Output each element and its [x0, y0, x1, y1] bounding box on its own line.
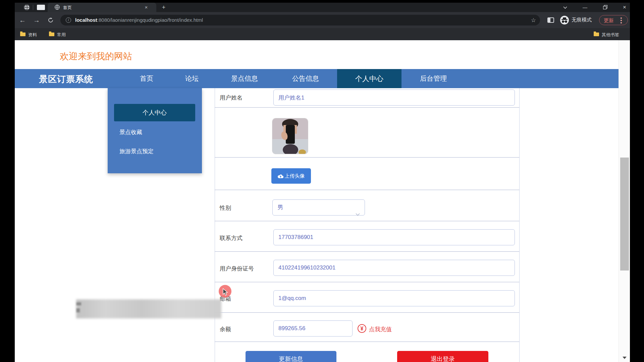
browser-update-button[interactable]: 更新 ••• — [599, 15, 628, 25]
bookmark-star-icon[interactable]: ☆ — [531, 17, 536, 24]
cursor-highlight — [219, 285, 231, 298]
bookmark-folder-changyong[interactable]: 常用 — [57, 32, 66, 38]
nav-item-personal-center[interactable]: 个人中心 — [337, 69, 401, 88]
id-number-label: 用户身份证号 — [220, 265, 254, 273]
tab-favicon-globe-icon — [54, 4, 60, 11]
divider — [215, 190, 519, 190]
email-input[interactable] — [273, 290, 515, 306]
reload-icon[interactable] — [45, 14, 56, 26]
tab-close-icon[interactable]: × — [143, 4, 150, 11]
screen: 首页 × + — × ← → i localhost:8080/laonianr… — [0, 0, 644, 362]
incognito-icon — [560, 16, 569, 24]
watermark-smudge — [76, 308, 80, 312]
new-tab-button[interactable]: + — [160, 3, 168, 11]
nav-item-home[interactable]: 首页 — [140, 69, 153, 88]
personal-center-dropdown: 个人中心 景点收藏 旅游景点预定 — [108, 88, 202, 173]
site-brand: 景区订票系统 — [39, 73, 93, 85]
divider — [215, 157, 519, 158]
phone-label: 联系方式 — [220, 234, 243, 242]
scrollbar-thumb[interactable] — [620, 158, 629, 270]
page-info-icon[interactable]: i — [66, 17, 71, 23]
nav-item-personal-center-label: 个人中心 — [355, 69, 383, 88]
divider — [215, 282, 519, 282]
avatar — [272, 118, 308, 154]
upload-avatar-button[interactable]: 上传头像 — [271, 168, 311, 184]
window-close-icon[interactable]: × — [621, 3, 629, 11]
url-bar[interactable]: i localhost:8080/laonianrenjingqudingpia… — [60, 15, 540, 25]
folder-icon — [594, 33, 599, 36]
balance-label: 余额 — [220, 325, 231, 333]
folder-icon — [20, 33, 25, 36]
divider — [215, 251, 519, 252]
nav-item-announcements[interactable]: 公告信息 — [292, 69, 319, 88]
window-minimize-icon[interactable]: — — [581, 3, 589, 11]
form-right-border — [519, 88, 520, 362]
bookmark-folder-ziliao[interactable]: 资料 — [28, 32, 37, 38]
nav-item-scenic-info[interactable]: 景点信息 — [231, 69, 258, 88]
web-page: 欢迎来到我的网站 景区订票系统 首页 论坛 景点信息 公告信息 个人中心 后台管… — [15, 40, 630, 362]
pinned-globe-icon[interactable] — [23, 4, 30, 12]
yen-icon: ¥ — [358, 324, 366, 333]
divider — [215, 312, 519, 313]
upload-avatar-label: 上传头像 — [285, 173, 305, 179]
recharge-link[interactable]: 点我充值 — [369, 325, 392, 333]
welcome-heading: 欢迎来到我的网站 — [60, 50, 132, 62]
mouse-cursor-icon — [222, 288, 229, 296]
watermark-smudge — [76, 302, 81, 305]
cloud-upload-icon — [278, 174, 283, 178]
divider — [215, 342, 519, 342]
page-scrollbar[interactable] — [619, 40, 630, 362]
form-left-border — [215, 88, 215, 362]
browser-window: 首页 × + — × ← → i localhost:8080/laonianr… — [15, 3, 630, 362]
gender-value: 男 — [277, 204, 283, 210]
menu-dots-icon[interactable]: ••• — [620, 17, 623, 24]
update-info-button[interactable]: 更新信息 — [246, 351, 336, 362]
other-bookmarks[interactable]: 其他书签 — [602, 32, 619, 38]
side-panel-icon[interactable] — [547, 17, 554, 23]
window-restore-icon[interactable] — [601, 3, 609, 11]
chevron-down-icon — [356, 206, 360, 222]
back-icon[interactable]: ← — [17, 14, 28, 26]
url-text: localhost:8080/laonianrenjingqudingpiao/… — [75, 17, 203, 23]
logout-button[interactable]: 退出登录 — [397, 351, 488, 362]
divider — [215, 221, 519, 221]
folder-icon — [49, 33, 54, 36]
scrollbar-down-arrow-icon[interactable] — [623, 357, 627, 359]
blurred-watermark — [76, 299, 221, 318]
dropdown-item-personal-center[interactable]: 个人中心 — [114, 104, 195, 121]
active-tab[interactable]: 首页 × — [48, 3, 156, 12]
dropdown-item-favorites[interactable]: 景点收藏 — [119, 128, 142, 136]
name-label: 用户姓名 — [220, 94, 243, 102]
window-menu-chevron-icon[interactable] — [561, 3, 569, 11]
url-host: localhost — [75, 17, 97, 23]
site-navbar: 景区订票系统 首页 论坛 景点信息 公告信息 个人中心 后台管理 — [15, 69, 630, 88]
bookmarks-bar: 资料 常用 其他书签 — [15, 28, 630, 40]
balance-input[interactable] — [273, 320, 353, 337]
gender-select[interactable]: 男 — [272, 199, 365, 216]
dropdown-item-bookings[interactable]: 旅游景点预定 — [119, 147, 154, 155]
browser-toolbar: ← → i localhost:8080/laonianrenjingqudin… — [15, 12, 630, 28]
forward-icon[interactable]: → — [31, 14, 42, 26]
pinned-tab-icon[interactable] — [37, 5, 45, 10]
divider — [215, 107, 519, 108]
nav-item-forum[interactable]: 论坛 — [185, 69, 199, 88]
name-input[interactable] — [273, 89, 515, 106]
url-path: :8080/laonianrenjingqudingpiao/front/ind… — [97, 17, 203, 23]
nav-item-admin[interactable]: 后台管理 — [420, 69, 447, 88]
phone-input[interactable] — [273, 229, 515, 245]
update-label: 更新 — [604, 17, 614, 24]
incognito-label: 无痕模式 — [572, 17, 592, 23]
id-number-input[interactable] — [273, 260, 515, 276]
browser-tab-bar: 首页 × + — × — [15, 3, 630, 12]
tab-separator — [33, 5, 33, 10]
gender-label: 性别 — [220, 204, 231, 212]
tab-title: 首页 — [63, 5, 72, 11]
